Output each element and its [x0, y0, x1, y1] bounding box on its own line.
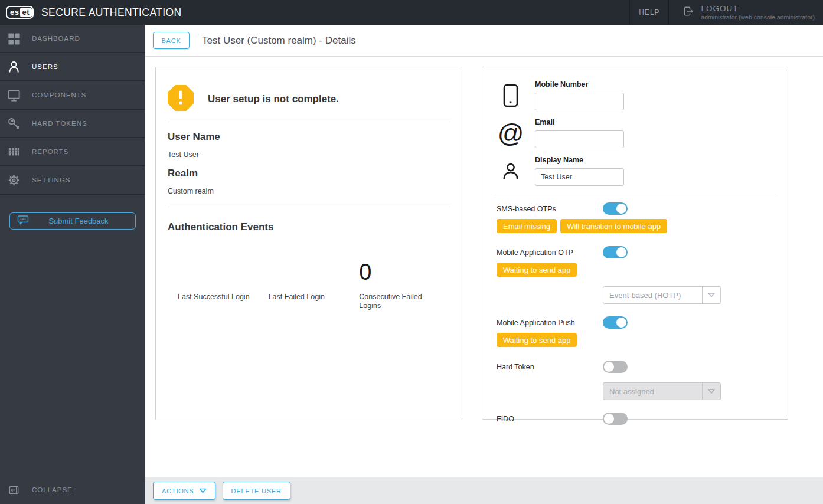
sidebar: DASHBOARD USERS COMPONENTS [0, 25, 145, 504]
user-name-value: Test User [168, 150, 450, 159]
users-person-icon [6, 60, 21, 74]
settings-gear-icon [6, 173, 21, 187]
stat-last-successful-login: Last Successful Login [178, 250, 269, 310]
user-summary-card: User setup is not complete. User Name Te… [155, 67, 462, 420]
delete-user-button[interactable]: DELETE USER [223, 482, 290, 500]
app-window: es et SECURE AUTHENTICATION HELP LOGOUT … [0, 0, 823, 504]
reports-table-icon [6, 145, 21, 159]
chevron-down-icon [199, 487, 207, 495]
chevron-down-icon [702, 383, 720, 400]
sidebar-item-label: REPORTS [32, 148, 68, 155]
sidebar-item-dashboard[interactable]: DASHBOARD [0, 25, 145, 53]
help-button[interactable]: HELP [629, 0, 669, 25]
user-detail-card: Mobile Number @ Email [482, 67, 788, 420]
dashboard-grid-icon [6, 31, 21, 45]
mobile-otp-label: Mobile Application OTP [497, 248, 603, 257]
mobile-push-toggle[interactable] [603, 316, 628, 329]
stat-value [178, 250, 269, 285]
feedback-bubble-icon [17, 214, 29, 228]
sidebar-item-components[interactable]: COMPONENTS [0, 81, 145, 110]
mobile-number-input[interactable] [535, 93, 624, 110]
fido-label: FIDO [497, 415, 603, 423]
status-badge: Email missing [497, 219, 557, 233]
auth-events-stats: Last Successful Login Last Failed Login … [178, 250, 450, 310]
warning-octagon-icon [168, 85, 194, 113]
stat-label: Last Failed Login [269, 293, 342, 302]
hard-token-assignment-select: Not assigned [603, 382, 721, 400]
stat-value: 0 [359, 250, 450, 285]
content-area: User setup is not complete. User Name Te… [145, 57, 823, 477]
sms-otp-toggle[interactable] [603, 202, 628, 215]
eset-logo: es et [6, 6, 34, 19]
auth-events-title: Authentication Events [168, 221, 450, 233]
realm-value: Custom realm [168, 187, 450, 195]
status-badge: Waiting to send app [497, 333, 577, 347]
sidebar-item-settings[interactable]: SETTINGS [0, 166, 145, 195]
stat-label: Last Successful Login [178, 293, 252, 302]
hard-tokens-key-icon [6, 116, 21, 130]
sms-otp-label: SMS-based OTPs [497, 205, 603, 213]
eset-logo-text: es [7, 8, 20, 17]
hard-token-toggle[interactable] [603, 361, 628, 373]
warning-message: User setup is not complete. [208, 93, 339, 105]
back-button[interactable]: BACK [153, 32, 190, 49]
logout-icon [682, 5, 695, 20]
email-input[interactable] [535, 130, 624, 148]
logout-button[interactable]: LOGOUT administrator (web console admini… [669, 0, 823, 25]
chevron-down-icon [702, 287, 720, 303]
phone-icon [494, 80, 527, 110]
sidebar-item-users[interactable]: USERS [0, 53, 145, 81]
otp-type-select[interactable]: Event-based (HOTP) [603, 286, 721, 304]
feedback-label: Submit Feedback [29, 217, 128, 225]
stat-label: Consecutive Failed Logins [359, 293, 433, 310]
sidebar-item-label: HARD TOKENS [32, 120, 87, 127]
sidebar-item-hard-tokens[interactable]: HARD TOKENS [0, 110, 145, 138]
footer-action-bar: ACTIONS DELETE USER [145, 477, 823, 504]
sidebar-item-label: USERS [32, 63, 58, 70]
person-icon [494, 156, 527, 186]
status-badge: Will transition to mobile app [560, 219, 667, 233]
status-badge: Waiting to send app [497, 263, 577, 277]
logged-in-user: administrator (web console administrator… [701, 14, 815, 21]
hard-token-label: Hard Token [497, 363, 603, 371]
components-monitor-icon [6, 88, 21, 102]
otp-type-value: Event-based (HOTP) [603, 287, 702, 303]
realm-label: Realm [168, 168, 450, 179]
stat-last-failed-login: Last Failed Login [269, 250, 360, 310]
fido-toggle[interactable] [603, 413, 628, 425]
sidebar-item-label: DASHBOARD [32, 35, 80, 42]
display-name-label: Display Name [535, 156, 624, 164]
submit-feedback-button[interactable]: Submit Feedback [9, 212, 136, 230]
sidebar-item-reports[interactable]: REPORTS [0, 138, 145, 166]
collapse-icon [6, 483, 21, 497]
display-name-input[interactable] [535, 168, 624, 186]
sidebar-item-label: SETTINGS [32, 176, 71, 184]
user-name-label: User Name [168, 131, 450, 143]
page-header: BACK Test User (Custom realm) - Details [145, 25, 823, 57]
stat-value [269, 250, 360, 285]
main-panel: BACK Test User (Custom realm) - Details … [145, 25, 823, 504]
logout-label: LOGOUT [701, 4, 815, 13]
at-icon: @ [494, 118, 527, 148]
email-label: Email [535, 118, 624, 126]
mobile-otp-toggle[interactable] [603, 246, 628, 258]
sidebar-item-label: COMPONENTS [32, 91, 86, 99]
stat-consecutive-failed-logins: 0 Consecutive Failed Logins [359, 250, 450, 310]
collapse-label: COLLAPSE [32, 486, 73, 493]
page-title: Test User (Custom realm) - Details [202, 35, 356, 47]
actions-button[interactable]: ACTIONS [153, 482, 215, 500]
mobile-number-label: Mobile Number [535, 80, 624, 89]
collapse-sidebar-button[interactable]: COLLAPSE [0, 476, 145, 504]
product-title: SECURE AUTHENTICATION [41, 6, 182, 19]
mobile-push-label: Mobile Application Push [497, 319, 603, 327]
top-bar: es et SECURE AUTHENTICATION HELP LOGOUT … [0, 0, 823, 25]
hard-token-assignment-value: Not assigned [603, 383, 702, 400]
